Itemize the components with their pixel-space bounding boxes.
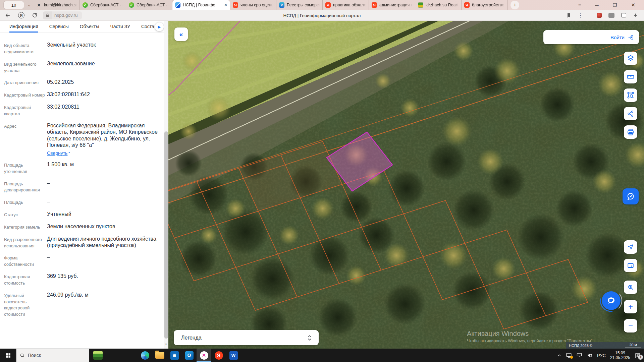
info-row: Кадастровый квартал 33:02:020811 (4, 104, 158, 117)
back-icon[interactable] (5, 12, 11, 18)
panel-tab[interactable]: Объекты (80, 21, 99, 33)
nspd-logo-button[interactable] (623, 188, 639, 204)
browser-tab[interactable]: Я практика обжалов (323, 0, 369, 10)
info-row: Кадастровая стоимость 369 135 руб. (4, 273, 158, 287)
login-bar[interactable]: Войти (543, 30, 639, 44)
collapse-panel-button[interactable]: « (174, 27, 188, 41)
outlook-icon[interactable]: O (182, 349, 197, 362)
tab-label: kumi@kirzhach.su (44, 3, 77, 7)
expand-collapse-icon[interactable] (307, 334, 313, 342)
zoom-in-button[interactable]: + (624, 300, 637, 313)
scrollbar-thumb[interactable] (164, 131, 168, 339)
yandex-browser-icon[interactable]: Я (211, 349, 226, 362)
taskbar-search[interactable]: Поиск (16, 349, 89, 362)
start-button[interactable] (0, 349, 16, 362)
chat-widget[interactable] (599, 289, 623, 312)
browser-swirl-icon[interactable] (138, 349, 152, 362)
bookmark-icon[interactable] (567, 13, 571, 18)
new-tab-button[interactable]: + (511, 1, 519, 9)
map-canvas[interactable]: « Войти (168, 21, 644, 349)
satellite-imagery (168, 21, 644, 349)
print-button[interactable] (624, 125, 637, 139)
plus-icon: + (628, 302, 633, 311)
share-button[interactable] (624, 107, 637, 120)
volume-icon[interactable] (587, 353, 593, 358)
panel-tab[interactable]: Соста (141, 21, 154, 33)
minimap-button[interactable] (624, 259, 637, 272)
lock-icon[interactable] (43, 11, 52, 19)
login-icon (628, 34, 634, 41)
ruler-button[interactable] (624, 70, 637, 83)
locate-button[interactable] (624, 240, 637, 254)
download-icon[interactable] (633, 13, 638, 18)
browser-tab[interactable]: kirzhach.su Reart - (415, 0, 462, 10)
info-label: Вид объекта недвижимости (4, 42, 47, 55)
network-icon[interactable] (576, 353, 582, 358)
word-icon[interactable]: W (226, 349, 241, 362)
legend-bar[interactable]: Легенда (174, 330, 319, 345)
tab-favicon (418, 2, 423, 8)
browser-tab[interactable]: ✓ Сбербанк-АСТ - Эл (80, 0, 126, 10)
browser-menu-icon[interactable]: ≡ (578, 2, 581, 8)
browser-tab[interactable]: V Реестры саморегу (276, 0, 323, 10)
panel-tabs-scroll-button[interactable]: ▶ (155, 22, 164, 31)
scrollbar-down-arrow[interactable]: ▼ (164, 343, 168, 346)
landscape-app-icon[interactable] (91, 349, 105, 362)
info-row: Вид объекта недвижимости Земельный участ… (4, 42, 158, 55)
language-indicator[interactable]: РУС (597, 353, 606, 358)
extension-red-icon[interactable] (597, 13, 602, 18)
collapse-address-link[interactable]: Свернуть (47, 150, 71, 156)
chevron-down-icon[interactable]: ⌄ (28, 3, 31, 7)
tab-counter[interactable]: 10 (3, 1, 24, 9)
info-value: – (47, 180, 158, 187)
panel-tab[interactable]: Информация (9, 21, 38, 33)
info-value: 1 500 кв. м (47, 161, 158, 168)
file-explorer-icon[interactable] (152, 349, 167, 362)
zoom-out-button[interactable]: − (624, 319, 637, 333)
sidebar-scrollbar[interactable]: ▼ (164, 21, 168, 349)
area-search-button[interactable] (624, 281, 637, 294)
browser-tab[interactable]: Я благоустройство т (462, 0, 508, 10)
panel-tab[interactable]: Сервисы (49, 21, 69, 33)
cast-status-dot (570, 356, 573, 359)
page-title: НСПД | Геоинформационный портал (283, 10, 361, 21)
clock[interactable]: 15:09 21.05.2025 (610, 351, 630, 360)
tab-favicon: Я (325, 2, 331, 8)
info-label: Статус (4, 211, 47, 218)
chat-icon[interactable] (602, 291, 621, 310)
tab-close-icon[interactable]: ✕ (224, 3, 227, 7)
browser-tab[interactable]: НСПД | Геоинфо ✕ (172, 0, 230, 10)
close-button[interactable]: ✕ (631, 2, 635, 8)
screencast-icon[interactable] (566, 353, 572, 358)
tab-favicon: Я (233, 2, 238, 8)
info-label: Адрес (4, 122, 47, 156)
yandex-circle-icon[interactable]: Я (18, 12, 24, 18)
ms-store-icon[interactable]: ⊞ (167, 349, 182, 362)
browser-tab[interactable]: Я члены сро оценщи (230, 0, 276, 10)
notification-center-icon[interactable]: 1 (635, 353, 641, 358)
panel-tab-label: Объекты (80, 24, 99, 29)
minimize-button[interactable]: — (595, 3, 599, 7)
browser-tab[interactable]: Я администрация ки (369, 0, 415, 10)
extension-gray-icon[interactable] (608, 13, 614, 18)
url-field[interactable]: nspd.gov.ru (43, 11, 82, 19)
hidden-icons-chevron[interactable] (557, 353, 561, 358)
x-app-icon[interactable]: ✕ (197, 349, 211, 362)
maximize-button[interactable]: ❐ (613, 2, 617, 8)
notification-badge: 1 (638, 355, 643, 360)
browser-tab[interactable]: ✕ kumi@kirzhach.su (34, 0, 80, 10)
info-row: Площадь уточненная 1 500 кв. м (4, 161, 158, 175)
refresh-icon[interactable] (32, 12, 38, 18)
info-label: Форма собственности (4, 254, 47, 268)
browser-tab[interactable]: ✓ Сбербанк-АСТ - Эл (126, 0, 172, 10)
layers-button[interactable] (624, 52, 637, 65)
polygon-search-button[interactable] (624, 88, 637, 102)
info-label: Кадастровый квартал (4, 104, 47, 117)
kebab-menu-icon[interactable]: ⋮ (578, 12, 583, 18)
info-panel: Информация Сервисы Объекты Части ЗУ Сост… (0, 21, 168, 349)
info-label: Площадь декларированная (4, 180, 47, 194)
window-controls: ≡ — ❐ ✕ (578, 2, 644, 8)
info-row: Площадь – (4, 198, 158, 206)
extension-frame-icon[interactable] (621, 13, 626, 17)
panel-tab[interactable]: Части ЗУ (110, 21, 130, 33)
